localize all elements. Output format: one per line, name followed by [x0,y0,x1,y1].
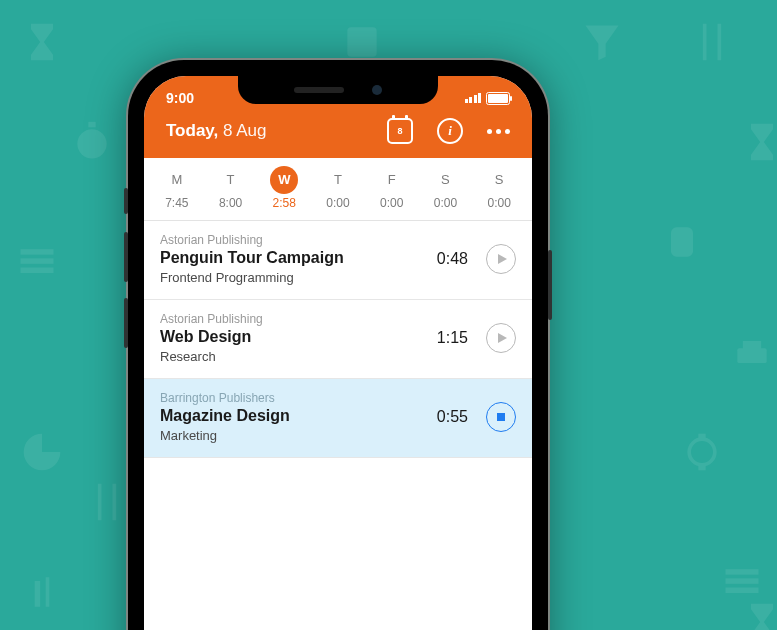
camera-icon [372,85,382,95]
side-button [548,250,552,320]
entry-task: Research [160,349,425,364]
time-entry[interactable]: Astorian PublishingWeb DesignResearch1:1… [144,300,532,379]
svg-rect-8 [743,341,761,350]
signal-icon [465,93,482,103]
phone-screen: 9:00 Today, 8 Aug 8 i [144,76,532,630]
day-column[interactable]: S0:00 [472,166,526,210]
entry-project: Magazine Design [160,407,425,425]
week-strip: M7:45T8:00W2:58T0:00F0:00S0:00S0:00 [144,158,532,221]
svg-rect-3 [21,249,54,255]
day-column[interactable]: T8:00 [204,166,258,210]
svg-rect-13 [726,578,759,584]
svg-rect-5 [21,268,54,274]
day-duration: 2:58 [257,196,311,210]
time-entry[interactable]: Astorian PublishingPenguin Tour Campaign… [144,221,532,300]
time-entry[interactable]: Barrington PublishersMagazine DesignMark… [144,379,532,458]
status-time: 9:00 [166,90,194,106]
day-label: T [311,166,365,194]
day-column[interactable]: W2:58 [257,166,311,210]
side-button [124,188,128,214]
stop-icon [497,413,505,421]
info-button[interactable]: i [437,118,463,144]
day-duration: 0:00 [472,196,526,210]
phone-notch [238,76,438,104]
day-duration: 0:00 [311,196,365,210]
stop-button[interactable] [486,402,516,432]
calendar-icon: 8 [387,118,413,144]
app-backdrop: 9:00 Today, 8 Aug 8 i [0,0,777,630]
entry-client: Astorian Publishing [160,233,425,247]
play-button[interactable] [486,244,516,274]
page-title: Today, 8 Aug [166,121,266,141]
play-icon [498,254,507,264]
svg-rect-4 [21,258,54,264]
svg-rect-7 [737,348,766,363]
day-duration: 0:00 [365,196,419,210]
calendar-day: 8 [389,126,411,136]
day-label: M [150,166,204,194]
day-label: S [419,166,473,194]
title-today: Today, [166,121,218,140]
speaker-icon [294,87,344,93]
more-icon [487,129,510,134]
entry-time: 1:15 [437,329,468,347]
entry-time: 0:48 [437,250,468,268]
svg-point-1 [77,129,106,158]
play-icon [498,333,507,343]
side-button [124,232,128,282]
svg-rect-10 [698,434,705,440]
day-duration: 7:45 [150,196,204,210]
entry-project: Web Design [160,328,425,346]
day-duration: 8:00 [204,196,258,210]
entry-time: 0:55 [437,408,468,426]
play-button[interactable] [486,323,516,353]
svg-rect-12 [726,569,759,575]
battery-icon [486,92,510,105]
day-label: S [472,166,526,194]
day-label: W [270,166,298,194]
entry-list: Astorian PublishingPenguin Tour Campaign… [144,221,532,458]
entry-task: Marketing [160,428,425,443]
day-column[interactable]: S0:00 [419,166,473,210]
side-button [124,298,128,348]
more-button[interactable] [487,129,510,134]
day-label: F [365,166,419,194]
entry-project: Penguin Tour Campaign [160,249,425,267]
day-column[interactable]: M7:45 [150,166,204,210]
entry-client: Barrington Publishers [160,391,425,405]
svg-rect-2 [88,122,95,128]
calendar-button[interactable]: 8 [387,118,413,144]
svg-rect-14 [726,588,759,594]
entry-task: Frontend Programming [160,270,425,285]
svg-rect-0 [347,27,376,56]
info-icon: i [437,118,463,144]
entry-client: Astorian Publishing [160,312,425,326]
svg-point-9 [689,439,715,465]
day-column[interactable]: F0:00 [365,166,419,210]
svg-rect-6 [671,227,693,256]
title-date: 8 Aug [218,121,266,140]
svg-rect-11 [698,465,705,471]
day-column[interactable]: T0:00 [311,166,365,210]
day-duration: 0:00 [419,196,473,210]
day-label: T [204,166,258,194]
phone-frame: 9:00 Today, 8 Aug 8 i [128,60,548,630]
